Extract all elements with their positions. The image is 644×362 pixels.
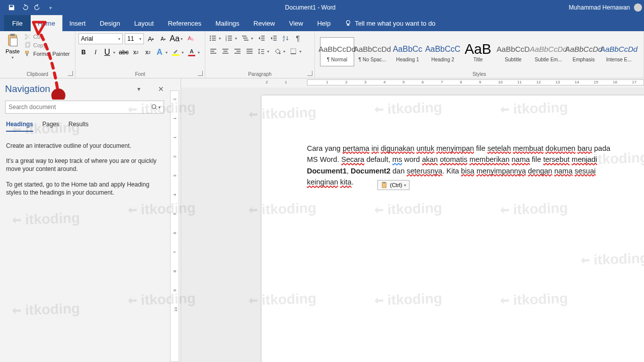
svg-rect-34 bbox=[210, 53, 216, 54]
bullet-list-icon bbox=[209, 35, 216, 42]
align-right-button[interactable] bbox=[232, 46, 243, 56]
grow-font-button[interactable]: A▴ bbox=[146, 34, 156, 44]
redo-icon[interactable] bbox=[34, 4, 41, 11]
increase-indent-button[interactable] bbox=[269, 33, 279, 43]
eraser-icon: A bbox=[187, 35, 195, 43]
show-marks-button[interactable]: ¶ bbox=[293, 33, 303, 43]
nav-tab-pages[interactable]: Pages bbox=[42, 121, 59, 132]
align-left-button[interactable] bbox=[208, 46, 218, 56]
tab-layout[interactable]: Layout bbox=[127, 15, 161, 31]
svg-rect-20 bbox=[228, 40, 232, 41]
tab-insert[interactable]: Insert bbox=[62, 15, 93, 31]
nav-tab-headings[interactable]: Headings bbox=[6, 121, 33, 132]
style-subtitle[interactable]: AaBbCcDSubtitle bbox=[496, 37, 530, 66]
format-painter-button[interactable]: Format Painter bbox=[24, 50, 70, 57]
sort-button[interactable]: AZ bbox=[281, 33, 291, 43]
tab-view[interactable]: View bbox=[282, 15, 310, 31]
chevron-down-icon: ▾ bbox=[12, 55, 14, 60]
change-case-button[interactable]: Aa▾ bbox=[170, 34, 184, 44]
svg-rect-29 bbox=[273, 40, 277, 41]
tab-review[interactable]: Review bbox=[247, 15, 282, 31]
paste-button[interactable]: Paste ▾ bbox=[3, 33, 22, 70]
tab-help[interactable]: Help bbox=[310, 15, 338, 31]
italic-button[interactable]: I bbox=[91, 47, 101, 57]
clear-formatting-button[interactable]: A bbox=[186, 34, 196, 44]
avatar[interactable] bbox=[634, 4, 642, 12]
undo-icon[interactable] bbox=[21, 4, 28, 11]
clipboard-launcher[interactable] bbox=[68, 71, 73, 76]
search-document-box[interactable]: ▾ bbox=[5, 101, 164, 114]
svg-rect-49 bbox=[291, 53, 296, 54]
svg-rect-21 bbox=[242, 36, 247, 37]
text-effects-button[interactable]: A▾ bbox=[155, 47, 169, 57]
copy-button: Copy bbox=[24, 42, 70, 49]
group-styles: AaBbCcDd¶ NormalAaBbCcDd¶ No Spac...AaBb… bbox=[315, 31, 644, 78]
paste-label: Paste bbox=[6, 48, 20, 54]
borders-button[interactable]: ▾ bbox=[289, 46, 303, 56]
subscript-button[interactable]: x2 bbox=[131, 47, 141, 57]
line-spacing-icon bbox=[258, 48, 265, 55]
underline-button[interactable]: U▾ bbox=[103, 47, 117, 57]
numbering-button[interactable]: 123▾ bbox=[224, 33, 238, 43]
style-emphasis[interactable]: AaBbCcDdEmphasis bbox=[567, 37, 601, 66]
tell-me-search[interactable]: Tell me what you want to do bbox=[338, 15, 435, 31]
tab-home[interactable]: Home bbox=[31, 15, 62, 31]
chevron-down-icon: ▾ bbox=[137, 37, 141, 41]
align-center-button[interactable] bbox=[220, 46, 230, 56]
search-icon bbox=[151, 104, 157, 110]
nav-close-icon[interactable]: ✕ bbox=[144, 85, 164, 93]
svg-rect-45 bbox=[261, 51, 264, 52]
style--no-spac-[interactable]: AaBbCcDd¶ No Spac... bbox=[355, 37, 389, 66]
style-heading-1[interactable]: AaBbCcHeading 1 bbox=[390, 37, 425, 66]
style-title[interactable]: AaBTitle bbox=[461, 37, 495, 66]
bold-button[interactable]: B bbox=[78, 47, 89, 57]
svg-point-9 bbox=[210, 36, 211, 37]
multilevel-list-button[interactable]: ▾ bbox=[240, 33, 255, 43]
decrease-indent-button[interactable] bbox=[257, 33, 267, 43]
font-name-combo[interactable]: Arial▾ bbox=[78, 33, 123, 44]
tab-file[interactable]: File bbox=[4, 15, 31, 31]
document-area[interactable]: Cara yang pertama ini digunakan untuk me… bbox=[181, 87, 644, 362]
bullets-button[interactable]: ▾ bbox=[208, 33, 222, 43]
svg-rect-18 bbox=[228, 38, 232, 39]
font-size-combo[interactable]: 11▾ bbox=[125, 33, 144, 44]
style-heading-2[interactable]: AaBbCcCHeading 2 bbox=[426, 37, 460, 66]
navigation-title: Navigation bbox=[5, 83, 134, 95]
svg-rect-28 bbox=[273, 38, 277, 39]
chevron-down-icon: ▾ bbox=[116, 37, 120, 41]
nav-tab-results[interactable]: Results bbox=[68, 121, 89, 132]
tab-references[interactable]: References bbox=[161, 15, 208, 31]
style--normal[interactable]: AaBbCcDd¶ Normal bbox=[320, 37, 354, 66]
style-intense-e-[interactable]: AaBbCcDdIntense E... bbox=[602, 37, 636, 66]
search-button[interactable]: ▾ bbox=[151, 104, 160, 110]
strikethrough-button[interactable]: abc bbox=[119, 47, 129, 57]
font-color-button[interactable]: A▾ bbox=[187, 47, 201, 57]
nav-dropdown-icon[interactable]: ▾ bbox=[134, 85, 144, 93]
style-subtle-em-[interactable]: AaBbCcDdSubtle Em... bbox=[531, 37, 566, 66]
shrink-font-button[interactable]: A▾ bbox=[158, 34, 168, 44]
font-launcher[interactable] bbox=[198, 71, 203, 76]
svg-rect-25 bbox=[261, 38, 265, 39]
clipboard-icon bbox=[5, 33, 20, 47]
shading-button[interactable]: ▾ bbox=[273, 46, 287, 56]
paste-options-tag[interactable]: (Ctrl) ▾ bbox=[377, 180, 410, 190]
vertical-ruler[interactable]: 2112345678910 bbox=[169, 78, 181, 362]
svg-rect-16 bbox=[228, 36, 232, 37]
font-label: Font bbox=[78, 70, 202, 78]
line-spacing-button[interactable]: ▾ bbox=[257, 46, 271, 56]
highlight-button[interactable]: ▾ bbox=[171, 47, 185, 57]
user-name[interactable]: Muhammad Hernawan bbox=[569, 4, 634, 11]
superscript-button[interactable]: x2 bbox=[143, 47, 153, 57]
horizontal-ruler[interactable]: 21123456789101112131415161718 bbox=[181, 78, 644, 87]
save-icon[interactable] bbox=[8, 4, 15, 11]
svg-rect-39 bbox=[236, 51, 240, 52]
tab-mailings[interactable]: Mailings bbox=[208, 15, 247, 31]
svg-point-13 bbox=[210, 40, 211, 41]
tab-design[interactable]: Design bbox=[93, 15, 127, 31]
document-body-text[interactable]: Cara yang pertama ini digunakan untuk me… bbox=[262, 96, 644, 188]
navigation-pane: Navigation ▾ ✕ ▾ Headings Pages Results … bbox=[0, 78, 169, 362]
justify-button[interactable] bbox=[245, 46, 255, 56]
paragraph-launcher[interactable] bbox=[307, 71, 312, 76]
page[interactable]: Cara yang pertama ini digunakan untuk me… bbox=[262, 96, 644, 362]
search-input[interactable] bbox=[9, 104, 151, 111]
